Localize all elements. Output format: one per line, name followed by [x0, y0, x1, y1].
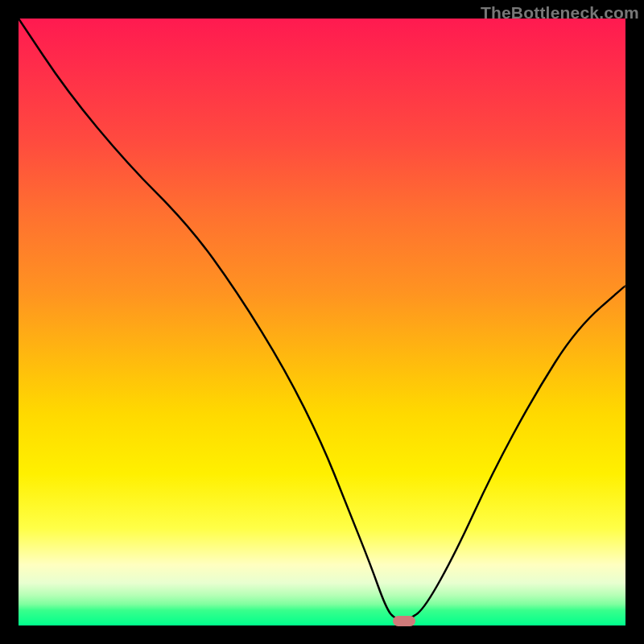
bottleneck-curve-path: [19, 19, 625, 620]
plot-area: [19, 19, 625, 625]
line-plot-svg: [19, 19, 625, 625]
chart-frame: TheBottleneck.com: [0, 0, 644, 644]
optimal-marker: [393, 616, 415, 626]
